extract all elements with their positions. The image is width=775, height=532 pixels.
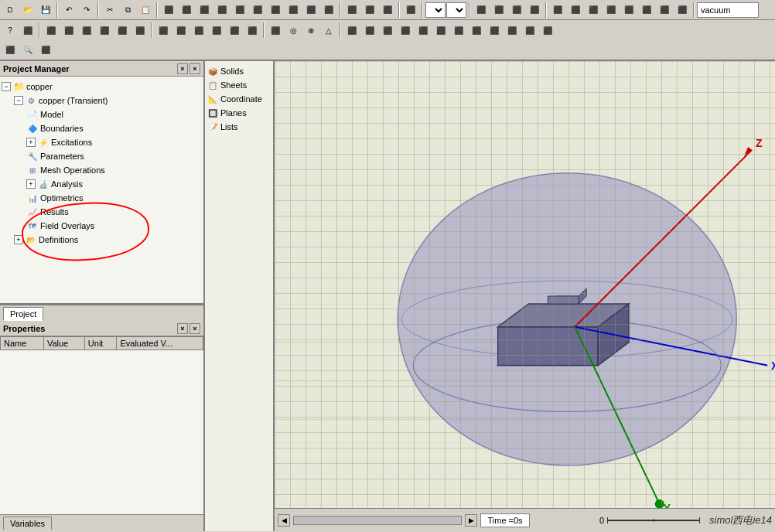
tb9[interactable]: ⬛ bbox=[302, 2, 319, 19]
tb17[interactable]: ⬛ bbox=[508, 2, 525, 19]
tb26[interactable]: ⬛ bbox=[674, 2, 691, 19]
r2-b25[interactable]: ⬛ bbox=[450, 22, 467, 39]
tb11[interactable]: ⬛ bbox=[343, 2, 360, 19]
tree-item-mesh[interactable]: ⊞ Mesh Operations bbox=[2, 163, 202, 177]
r2-b29[interactable]: ⬛ bbox=[521, 22, 538, 39]
r2-b15[interactable]: ⬛ bbox=[267, 22, 284, 39]
r2-b19[interactable]: ⬛ bbox=[343, 22, 360, 39]
tb24[interactable]: ⬛ bbox=[638, 2, 655, 19]
prop-close-button[interactable]: × bbox=[189, 323, 200, 334]
tree-item-solids[interactable]: 📦 Solids bbox=[207, 64, 271, 78]
r2-b20[interactable]: ⬛ bbox=[361, 22, 378, 39]
r2-b11[interactable]: ⬛ bbox=[190, 22, 207, 39]
tree-item-lists[interactable]: 📝 Lists bbox=[207, 120, 271, 134]
tb22[interactable]: ⬛ bbox=[603, 2, 620, 19]
tb3[interactable]: ⬛ bbox=[196, 2, 213, 19]
paste-button[interactable]: 📋 bbox=[137, 2, 154, 19]
tree-item-copper[interactable]: − 📁 copper bbox=[2, 80, 202, 94]
tb8[interactable]: ⬛ bbox=[285, 2, 302, 19]
tree-item-analysis[interactable]: + 🔬 Analysis bbox=[2, 177, 202, 191]
tb7[interactable]: ⬛ bbox=[267, 2, 284, 19]
r2-b7[interactable]: ⬛ bbox=[114, 22, 131, 39]
r2-b6[interactable]: ⬛ bbox=[96, 22, 113, 39]
save-button[interactable]: 💾 bbox=[37, 2, 54, 19]
r2-b4[interactable]: ⬛ bbox=[60, 22, 77, 39]
r2-b16[interactable]: ◎ bbox=[285, 22, 302, 39]
tb14[interactable]: ⬛ bbox=[402, 2, 419, 19]
r2-b13[interactable]: ⬛ bbox=[226, 22, 243, 39]
r2-b23[interactable]: ⬛ bbox=[415, 22, 432, 39]
tb12[interactable]: ⬛ bbox=[361, 2, 378, 19]
open-button[interactable]: 📂 bbox=[19, 2, 36, 19]
tb18[interactable]: ⬛ bbox=[526, 2, 543, 19]
r2-b22[interactable]: ⬛ bbox=[397, 22, 414, 39]
r2-b5[interactable]: ⬛ bbox=[78, 22, 95, 39]
tb1[interactable]: ⬛ bbox=[160, 2, 177, 19]
r3-b3[interactable]: ⬛ bbox=[37, 42, 54, 59]
r2-b2[interactable]: ⬛ bbox=[19, 22, 36, 39]
tree-item-results[interactable]: 📈 Results bbox=[2, 205, 202, 219]
r2-b27[interactable]: ⬛ bbox=[486, 22, 503, 39]
tree-item-definitions[interactable]: + 📂 Definitions bbox=[2, 233, 202, 247]
r2-b14[interactable]: ⬛ bbox=[244, 22, 261, 39]
r2-b1[interactable]: ? bbox=[2, 22, 19, 39]
tree-item-parameters[interactable]: 🔧 Parameters bbox=[2, 149, 202, 163]
expand-analysis[interactable]: + bbox=[26, 179, 36, 189]
redo-button[interactable]: ↷ bbox=[78, 2, 95, 19]
expand-definitions[interactable]: + bbox=[14, 235, 23, 244]
panel-close-button[interactable]: × bbox=[189, 63, 200, 74]
r2-b9[interactable]: ⬛ bbox=[155, 22, 172, 39]
tree-item-boundaries[interactable]: 🔷 Boundaries bbox=[2, 121, 202, 135]
xy-dropdown[interactable]: XY bbox=[425, 2, 446, 18]
r3-b2[interactable]: 🔍 bbox=[19, 42, 36, 59]
prop-pin-button[interactable]: × bbox=[177, 323, 188, 334]
cut-button[interactable]: ✂ bbox=[101, 2, 118, 19]
tb23[interactable]: ⬛ bbox=[620, 2, 637, 19]
undo-button[interactable]: ↶ bbox=[60, 2, 77, 19]
variables-tab[interactable]: Variables bbox=[3, 517, 52, 530]
r2-b12[interactable]: ⬛ bbox=[208, 22, 225, 39]
tb16[interactable]: ⬛ bbox=[490, 2, 507, 19]
r2-b30[interactable]: ⬛ bbox=[539, 22, 556, 39]
r2-b10[interactable]: ⬛ bbox=[172, 22, 189, 39]
expand-excitations[interactable]: + bbox=[26, 138, 36, 147]
tree-item-coordinate[interactable]: 📐 Coordinate bbox=[207, 92, 271, 106]
tb6[interactable]: ⬛ bbox=[249, 2, 266, 19]
tb4[interactable]: ⬛ bbox=[213, 2, 230, 19]
tree-item-model[interactable]: 📄 Model bbox=[2, 107, 202, 121]
tree-item-transient[interactable]: − ⚙ copper (Transient) bbox=[2, 94, 202, 107]
tb5[interactable]: ⬛ bbox=[231, 2, 248, 19]
tb15[interactable]: ⬛ bbox=[473, 2, 490, 19]
tree-item-excitations[interactable]: + ⚡ Excitations bbox=[2, 135, 202, 149]
expand-copper[interactable]: − bbox=[2, 82, 11, 91]
r2-b26[interactable]: ⬛ bbox=[468, 22, 485, 39]
tree-item-optimetrics[interactable]: 📊 Optimetrics bbox=[2, 191, 202, 205]
r2-b24[interactable]: ⬛ bbox=[432, 22, 449, 39]
r2-b28[interactable]: ⬛ bbox=[504, 22, 521, 39]
r2-b3[interactable]: ⬛ bbox=[43, 22, 60, 39]
panel-pin-button[interactable]: × bbox=[177, 63, 188, 74]
copy-button[interactable]: ⧉ bbox=[119, 2, 136, 19]
tb13[interactable]: ⬛ bbox=[379, 2, 396, 19]
r3-b1[interactable]: ⬛ bbox=[2, 42, 19, 59]
project-tab[interactable]: Project bbox=[3, 307, 43, 321]
scroll-track[interactable] bbox=[293, 516, 462, 525]
r2-b21[interactable]: ⬛ bbox=[379, 22, 396, 39]
expand-transient[interactable]: − bbox=[14, 96, 23, 105]
tb19[interactable]: ⬛ bbox=[549, 2, 566, 19]
tb2[interactable]: ⬛ bbox=[178, 2, 195, 19]
viewport-3d[interactable]: Z X Y ◀ ▶ Time =0s bbox=[275, 61, 775, 531]
tb21[interactable]: ⬛ bbox=[585, 2, 602, 19]
r2-b8[interactable]: ⬛ bbox=[131, 22, 149, 39]
tree-item-planes[interactable]: 🔲 Planes bbox=[207, 106, 271, 120]
tree-item-sheets[interactable]: 📋 Sheets bbox=[207, 78, 271, 92]
vacuum-input[interactable] bbox=[697, 2, 759, 18]
r2-b17[interactable]: ⊕ bbox=[302, 22, 319, 39]
3d-dropdown[interactable]: 3D bbox=[446, 2, 466, 18]
tb10[interactable]: ⬛ bbox=[320, 2, 337, 19]
r2-b18[interactable]: △ bbox=[320, 22, 337, 39]
tb20[interactable]: ⬛ bbox=[567, 2, 584, 19]
tree-item-field-overlays[interactable]: 🗺 Field Overlays bbox=[2, 219, 202, 233]
tb25[interactable]: ⬛ bbox=[656, 2, 673, 19]
new-button[interactable]: 🗋 bbox=[2, 2, 19, 19]
